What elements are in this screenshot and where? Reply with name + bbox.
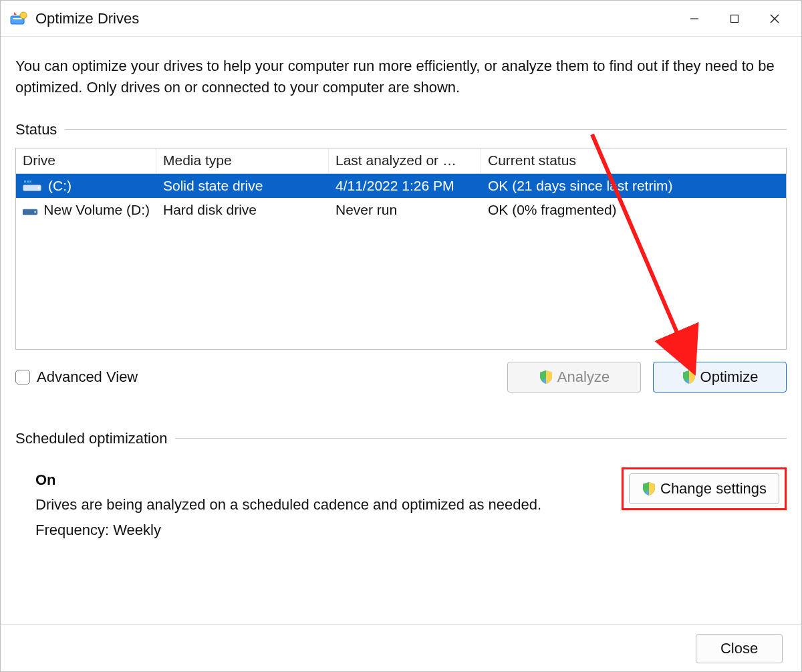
col-media[interactable]: Media type	[156, 148, 329, 173]
col-last[interactable]: Last analyzed or …	[329, 148, 481, 173]
svg-rect-9	[29, 181, 31, 183]
shield-icon	[682, 370, 696, 384]
checkbox-icon	[15, 370, 30, 384]
drive-cell: (C:)	[16, 178, 156, 194]
scheduled-state: On	[35, 467, 608, 492]
media-cell: Solid state drive	[156, 178, 329, 194]
drive-icon	[23, 179, 43, 193]
drive-name: New Volume (D:)	[43, 202, 150, 218]
status-label: Status	[15, 121, 57, 138]
content-area: You can optimize your drives to help you…	[1, 37, 801, 542]
svg-point-11	[37, 187, 39, 189]
status-cell: OK (21 days since last retrim)	[481, 178, 786, 194]
media-cell: Hard disk drive	[156, 202, 329, 218]
scheduled-body: On Drives are being analyzed on a schedu…	[15, 457, 787, 542]
change-settings-button[interactable]: Change settings	[629, 473, 779, 504]
titlebar: Optimize Drives	[1, 1, 801, 37]
controls-row: Advanced View Analyze Optimize	[15, 362, 787, 393]
table-header: Drive Media type Last analyzed or … Curr…	[16, 148, 786, 174]
svg-rect-8	[27, 181, 29, 183]
close-button[interactable]: Close	[696, 634, 783, 663]
status-section-header: Status	[15, 121, 787, 138]
drive-icon	[23, 203, 38, 217]
table-body: (C:)Solid state drive4/11/2022 1:26 PMOK…	[16, 174, 786, 222]
intro-text: You can optimize your drives to help you…	[15, 55, 787, 98]
svg-rect-4	[731, 15, 739, 22]
svg-rect-1	[13, 18, 22, 19]
window-title: Optimize Drives	[35, 10, 139, 27]
minimize-button[interactable]	[674, 5, 714, 32]
last-cell: Never run	[329, 202, 481, 218]
status-cell: OK (0% fragmented)	[481, 202, 786, 218]
drive-cell: New Volume (D:)	[16, 202, 156, 218]
advanced-view-checkbox[interactable]: Advanced View	[15, 368, 138, 386]
change-settings-highlight: Change settings	[622, 467, 787, 510]
table-row[interactable]: New Volume (D:)Hard disk driveNever runO…	[16, 198, 786, 222]
col-status[interactable]: Current status	[481, 148, 786, 173]
scheduled-frequency: Frequency: Weekly	[35, 518, 608, 542]
close-label: Close	[720, 640, 758, 657]
divider	[175, 438, 787, 439]
drives-table: Drive Media type Last analyzed or … Curr…	[15, 148, 787, 350]
optimize-button[interactable]: Optimize	[653, 362, 787, 393]
scheduled-label: Scheduled optimization	[15, 430, 167, 447]
maximize-button[interactable]	[714, 5, 755, 32]
scheduled-section: Scheduled optimization On Drives are bei…	[15, 430, 787, 542]
change-settings-label: Change settings	[660, 480, 767, 497]
scheduled-header: Scheduled optimization	[15, 430, 787, 447]
scheduled-text: On Drives are being analyzed on a schedu…	[35, 467, 608, 542]
shield-icon	[642, 481, 656, 496]
app-icon	[10, 10, 27, 27]
advanced-view-label: Advanced View	[37, 368, 138, 386]
analyze-button[interactable]: Analyze	[507, 362, 641, 393]
footer: Close	[1, 625, 801, 671]
scheduled-desc: Drives are being analyzed on a scheduled…	[35, 492, 608, 517]
optimize-drives-window: Optimize Drives You can optimize your dr…	[0, 0, 802, 672]
shield-icon	[539, 370, 553, 384]
analyze-label: Analyze	[557, 368, 610, 386]
svg-point-13	[34, 211, 35, 213]
svg-rect-7	[24, 181, 26, 183]
divider	[65, 129, 787, 130]
col-drive[interactable]: Drive	[16, 148, 156, 173]
svg-point-2	[20, 12, 27, 19]
optimize-label: Optimize	[700, 368, 759, 386]
close-window-button[interactable]	[755, 5, 795, 32]
drive-name: (C:)	[48, 178, 72, 194]
table-row[interactable]: (C:)Solid state drive4/11/2022 1:26 PMOK…	[16, 174, 786, 198]
last-cell: 4/11/2022 1:26 PM	[329, 178, 481, 194]
